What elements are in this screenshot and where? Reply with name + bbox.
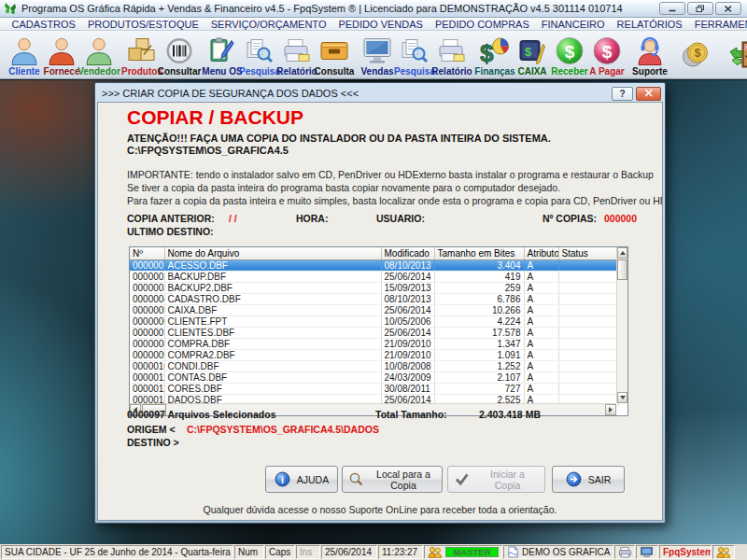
toolbar-button-label: Relatório: [431, 66, 472, 77]
toolbar-button-pesquisa[interactable]: Pesquisa: [396, 32, 433, 77]
help-icon: ?: [619, 89, 625, 99]
n-copias-label: Nº COPIAS:: [543, 213, 597, 224]
toolbar-button-produtos[interactable]: Produtos: [123, 32, 161, 77]
toolbar-button-consulta[interactable]: Consulta: [316, 32, 353, 77]
table-cell: [558, 304, 618, 315]
toolbar-button-caixa[interactable]: $CAIXA: [514, 32, 551, 77]
dialog-close-button[interactable]: [636, 87, 661, 101]
local-para-a-copia-button[interactable]: Local para a Copia: [342, 466, 443, 493]
menu-item-pedido-compras[interactable]: PEDIDO COMPRAS: [429, 19, 535, 30]
table-row[interactable]: 0000010CONDI.DBF10/08/20081.252A: [130, 360, 618, 371]
close-icon: [644, 89, 654, 99]
status-text: FpqSystem: [663, 547, 712, 557]
dialog-titlebar[interactable]: >>> CRIAR COPIA DE SEGURANÇA DOS DADOS <…: [97, 85, 663, 102]
svg-text:$: $: [525, 45, 532, 59]
status-panel-num-lock: Num: [234, 545, 264, 559]
table-cell: 08/10/2013: [381, 293, 434, 304]
hora-label: HORA:: [296, 213, 328, 224]
table-cell: [558, 259, 618, 271]
column-header-tamanho-em-bites[interactable]: Tamanho em Bites: [434, 247, 524, 259]
toolbar-button-finan-as[interactable]: $Finanças: [476, 32, 514, 77]
toolbar-button-cliente[interactable]: Cliente: [6, 32, 43, 77]
column-header-atributo[interactable]: Atributo: [524, 247, 558, 259]
menu-item-financeiro[interactable]: FINANCEIRO: [535, 19, 611, 30]
menu-item-cadastros[interactable]: CADASTROS: [6, 19, 81, 30]
table-row[interactable]: 0000005CAIXA.DBF25/06/201410.266A: [130, 304, 618, 315]
toolbar-button-pesquisa[interactable]: Pesquisa: [241, 32, 278, 77]
table-body: 0000001ACESSO.DBF08/10/20133.404A0000002…: [130, 259, 618, 405]
toolbar-button-fornece[interactable]: Fornece: [43, 32, 80, 77]
table-row[interactable]: 0000011CONTAS.DBF24/03/20092.107A: [130, 371, 618, 383]
person-green-icon: [83, 35, 115, 66]
table-cell: 3.404: [434, 259, 524, 271]
magnifier-icon: [348, 471, 364, 487]
toolbar-button-label: Consulta: [315, 66, 355, 77]
toolbar-button-coin[interactable]: $: [674, 32, 717, 77]
close-button[interactable]: [715, 2, 741, 15]
vertical-scrollbar[interactable]: [616, 247, 627, 403]
menu-item-relat-rios[interactable]: RELATÓRIOS: [611, 19, 688, 30]
column-header-status[interactable]: Status: [558, 247, 618, 259]
toolbar-button-relat-rio[interactable]: Relatório: [433, 32, 471, 77]
toolbar-button-vendedor[interactable]: Vendedor: [80, 32, 118, 77]
minimize-button[interactable]: [659, 2, 685, 15]
vertical-scroll-thumb[interactable]: [617, 259, 627, 280]
table-cell: 25/06/2014: [381, 327, 434, 338]
check-icon: [454, 471, 470, 487]
toolbar-button-label: Cliente: [8, 66, 39, 77]
svg-text:$: $: [602, 42, 613, 62]
menu-item-servi-o-or-amento[interactable]: SERVIÇO/ORÇAMENTO: [204, 19, 332, 30]
file-table: NºNome do ArquivoModificadoTamanho em Bi…: [129, 246, 628, 416]
column-header-n[interactable]: Nº: [130, 247, 164, 259]
table-row[interactable]: 0000002BACKUP.DBF25/06/2014419A: [130, 271, 618, 282]
toolbar-button-receber[interactable]: $Receber: [551, 32, 588, 77]
status-text: SUA CIDADE - UF 25 de Junho de 2014 - Qu…: [5, 547, 231, 557]
statusbar: SUA CIDADE - UF 25 de Junho de 2014 - Qu…: [0, 544, 747, 560]
menu-item-ferramentas[interactable]: FERRAMENTAS: [688, 19, 747, 30]
toolbar-button-a-pagar[interactable]: $A Pagar: [588, 32, 626, 77]
iniciar-a-copia-button[interactable]: Iniciar a Copia: [447, 466, 545, 493]
window-titlebar: Programa OS Gráfica Rápida + Vendas & Fi…: [0, 0, 747, 18]
menu-item-pedido-vendas[interactable]: PEDIDO VENDAS: [332, 19, 429, 30]
toolbar: ClienteForneceVendedorProdutosConsultarM…: [0, 31, 747, 79]
table-row[interactable]: 0000009COMPRA2.DBF21/09/20101.091A: [130, 349, 618, 360]
person-blue-icon: [8, 35, 40, 66]
toolbar-button-exit-door[interactable]: EXIT: [723, 32, 747, 77]
table-row[interactable]: 0000007CLIENTES.DBF25/06/201417.578A: [130, 327, 618, 338]
dialog-help-button[interactable]: ?: [612, 87, 633, 101]
table-cell: A: [524, 383, 558, 394]
table-row[interactable]: 0000008COMPRA.DBF21/09/20101.347A: [130, 338, 618, 349]
status-panel-network: [636, 545, 658, 559]
table-cell: CONTAS.DBF: [164, 371, 381, 383]
svg-text:$: $: [695, 47, 701, 60]
status-text: 11:23:27: [382, 547, 417, 557]
table-row[interactable]: 0000006CLIENTE.FPT10/05/20064.224A: [130, 315, 618, 327]
table-row[interactable]: 0000012CORES.DBF30/08/2011727A: [130, 383, 618, 394]
toolbar-button-vendas[interactable]: Vendas: [359, 32, 396, 77]
scroll-up-icon[interactable]: [617, 247, 627, 259]
column-header-nome-do-arquivo[interactable]: Nome do Arquivo: [164, 247, 381, 259]
ajuda-button[interactable]: iAJUDA: [265, 466, 338, 493]
table-row[interactable]: 0000001ACESSO.DBF08/10/20133.404A: [130, 259, 618, 271]
info-line: IMPORTANTE: tendo o instalador salvo em …: [127, 168, 663, 181]
status-panel-users: [712, 545, 735, 559]
menu-item-produtos-estoque[interactable]: PRODUTOS/ESTOQUE: [81, 19, 204, 30]
restore-button[interactable]: [687, 2, 713, 15]
column-header-modificado[interactable]: Modificado: [381, 247, 434, 259]
toolbar-button-label: Relatório: [276, 66, 317, 77]
table-row[interactable]: 0000004CADASTRO.DBF08/10/20136.786A: [130, 293, 618, 304]
scroll-down-icon[interactable]: [617, 392, 627, 403]
table-header: NºNome do ArquivoModificadoTamanho em Bi…: [130, 247, 618, 259]
table-row[interactable]: 0000003BACKUP2.DBF15/09/2013259A: [130, 282, 618, 293]
table-cell: [558, 360, 618, 371]
toolbar-button-suporte[interactable]: Suporte: [631, 32, 669, 77]
system-path: C:\FPQSYSTEM\OS_GRAFICA4.5: [127, 145, 289, 156]
sair-button[interactable]: SAIR: [552, 466, 625, 493]
toolbar-button-consultar[interactable]: Consultar: [161, 32, 198, 77]
info-line: Se tiver a copia da pasta inteira do pro…: [127, 181, 663, 194]
scroll-right-icon[interactable]: [605, 404, 616, 415]
button-label: AJUDA: [297, 474, 329, 485]
toolbar-button-menu-os[interactable]: Menu OS: [204, 32, 241, 77]
toolbar-button-relat-rio[interactable]: Relatório: [278, 32, 316, 77]
table-cell: 17.578: [434, 327, 524, 338]
